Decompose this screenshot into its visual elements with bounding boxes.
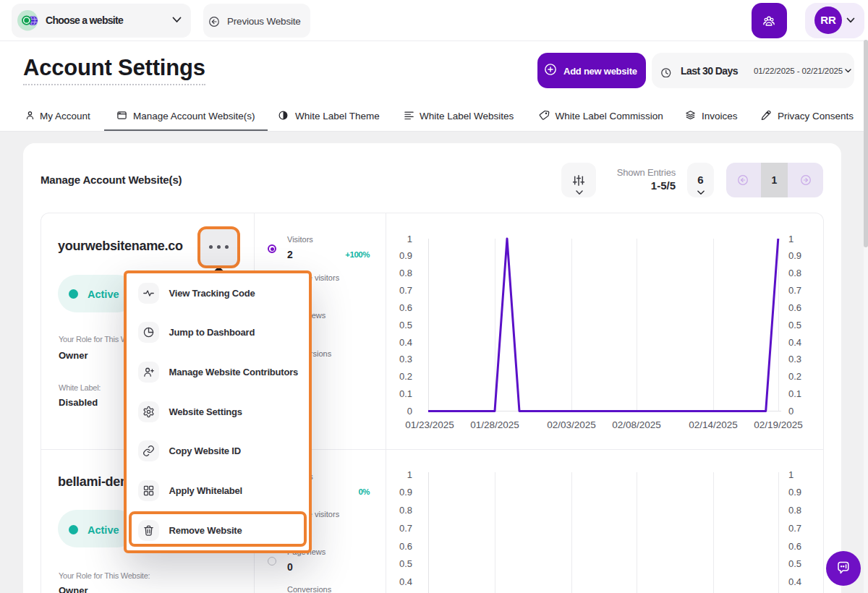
svg-text:0.6: 0.6 xyxy=(399,541,412,552)
svg-text:0.4: 0.4 xyxy=(399,337,412,348)
svg-text:0.4: 0.4 xyxy=(788,576,801,587)
svg-text:0.2: 0.2 xyxy=(788,371,801,382)
svg-text:0.5: 0.5 xyxy=(788,320,801,330)
svg-text:0.9: 0.9 xyxy=(788,250,801,261)
svg-text:01/28/2025: 01/28/2025 xyxy=(470,419,519,430)
svg-text:0.4: 0.4 xyxy=(399,576,412,587)
svg-text:01/23/2025: 01/23/2025 xyxy=(405,419,454,430)
svg-text:0.5: 0.5 xyxy=(788,558,801,569)
svg-text:0.8: 0.8 xyxy=(788,268,801,278)
svg-text:0.6: 0.6 xyxy=(788,541,801,552)
svg-text:0.7: 0.7 xyxy=(788,285,801,296)
svg-text:1: 1 xyxy=(788,469,793,480)
svg-text:02/19/2025: 02/19/2025 xyxy=(754,419,803,430)
svg-text:0.6: 0.6 xyxy=(399,302,412,313)
svg-text:1: 1 xyxy=(788,234,793,244)
svg-text:02/08/2025: 02/08/2025 xyxy=(612,419,661,430)
svg-text:0.3: 0.3 xyxy=(399,354,412,364)
svg-text:0.7: 0.7 xyxy=(399,285,412,296)
svg-text:02/03/2025: 02/03/2025 xyxy=(547,419,596,430)
svg-text:0.4: 0.4 xyxy=(788,337,801,348)
svg-text:0.7: 0.7 xyxy=(399,523,412,534)
svg-text:0.8: 0.8 xyxy=(788,505,801,516)
svg-text:0.5: 0.5 xyxy=(399,320,412,330)
svg-text:0.7: 0.7 xyxy=(788,523,801,534)
svg-text:0.9: 0.9 xyxy=(399,487,412,498)
svg-text:0.8: 0.8 xyxy=(399,268,412,278)
svg-text:0.2: 0.2 xyxy=(399,371,412,382)
svg-text:0.5: 0.5 xyxy=(399,558,412,569)
svg-text:0.9: 0.9 xyxy=(399,250,412,261)
svg-text:0: 0 xyxy=(788,406,793,417)
svg-text:02/14/2025: 02/14/2025 xyxy=(689,419,738,430)
svg-text:0.3: 0.3 xyxy=(788,354,801,364)
svg-text:1: 1 xyxy=(407,469,412,480)
svg-text:0.1: 0.1 xyxy=(788,388,801,399)
svg-text:0.8: 0.8 xyxy=(399,505,412,516)
svg-text:0.9: 0.9 xyxy=(788,487,801,498)
svg-text:0.1: 0.1 xyxy=(399,388,412,399)
svg-text:1: 1 xyxy=(407,234,412,244)
svg-text:0.6: 0.6 xyxy=(788,302,801,313)
svg-text:0: 0 xyxy=(407,406,412,417)
